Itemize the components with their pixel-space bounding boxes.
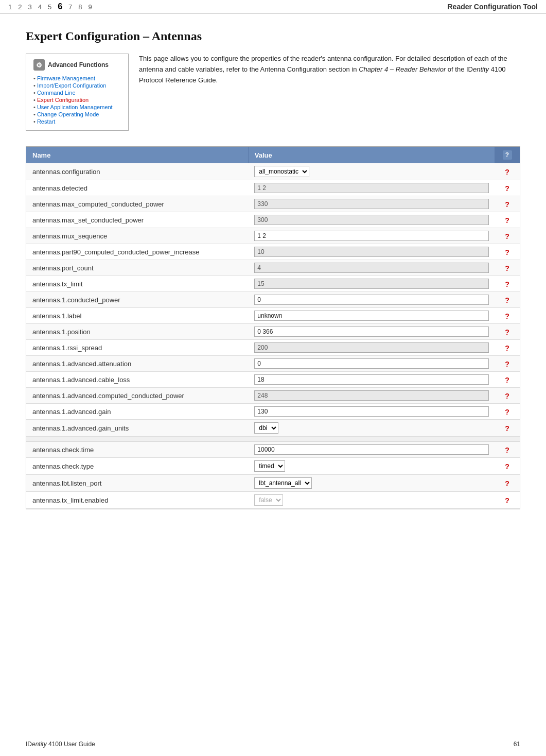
page-number-8[interactable]: 8 xyxy=(78,3,82,11)
table-row: antennas.max_computed_conducted_power? xyxy=(26,196,520,212)
table-row: antennas.1.advanced.attenuation? xyxy=(26,356,520,372)
row-input xyxy=(254,183,488,193)
help-icon[interactable]: ? xyxy=(505,376,509,384)
help-icon[interactable]: ? xyxy=(505,392,509,400)
sidebar-list: Firmware ManagementImport/Export Configu… xyxy=(33,75,121,125)
row-help-cell[interactable]: ? xyxy=(495,340,520,356)
row-help-cell[interactable]: ? xyxy=(495,388,520,404)
row-select[interactable]: dbi xyxy=(254,422,278,434)
row-value-cell[interactable] xyxy=(248,324,495,340)
page-number-3[interactable]: 3 xyxy=(28,3,31,11)
help-icon[interactable]: ? xyxy=(505,408,509,416)
row-select[interactable]: lbt_antenna_all xyxy=(254,477,312,489)
help-icon[interactable]: ? xyxy=(505,216,509,225)
sidebar-item[interactable]: Command Line xyxy=(33,89,121,96)
row-name-cell: antennas.detected xyxy=(26,180,248,196)
row-help-cell[interactable]: ? xyxy=(495,420,520,437)
help-icon[interactable]: ? xyxy=(505,479,509,488)
help-icon[interactable]: ? xyxy=(505,328,509,336)
help-icon[interactable]: ? xyxy=(505,168,509,176)
row-value-cell[interactable] xyxy=(248,404,495,420)
sidebar-item[interactable]: Expert Configuration xyxy=(33,96,121,104)
help-icon[interactable]: ? xyxy=(505,462,509,471)
row-value-cell[interactable] xyxy=(248,372,495,388)
row-select[interactable]: all_monostatic xyxy=(254,166,309,177)
row-help-cell[interactable]: ? xyxy=(495,292,520,308)
row-help-cell[interactable]: ? xyxy=(495,244,520,260)
row-help-cell[interactable]: ? xyxy=(495,163,520,180)
page-number-4[interactable]: 4 xyxy=(38,3,42,11)
help-icon[interactable]: ? xyxy=(505,360,509,368)
row-help-cell[interactable]: ? xyxy=(495,458,520,475)
row-value-cell[interactable] xyxy=(248,356,495,372)
help-icon[interactable]: ? xyxy=(505,344,509,352)
help-icon[interactable]: ? xyxy=(505,280,509,288)
help-icon[interactable]: ? xyxy=(505,248,509,256)
sidebar-item[interactable]: Change Operating Mode xyxy=(33,111,121,118)
row-value-cell[interactable]: lbt_antenna_all xyxy=(248,475,495,492)
row-value-cell[interactable]: dbi xyxy=(248,420,495,437)
row-help-cell[interactable]: ? xyxy=(495,276,520,292)
sidebar-item[interactable]: Import/Export Configuration xyxy=(33,82,121,89)
row-value-cell xyxy=(248,196,495,212)
row-help-cell[interactable]: ? xyxy=(495,212,520,228)
table-row: antennas.max_set_conducted_power? xyxy=(26,212,520,228)
page-footer: IDentity 4100 User Guide 61 xyxy=(26,741,520,748)
page-number-5[interactable]: 5 xyxy=(48,3,51,11)
help-icon[interactable]: ? xyxy=(505,264,509,272)
row-input[interactable] xyxy=(254,406,488,417)
row-input xyxy=(254,215,488,225)
table-row: antennas.1.advanced.gain? xyxy=(26,404,520,420)
row-value-cell[interactable] xyxy=(248,292,495,308)
page-number-9[interactable]: 9 xyxy=(89,3,92,11)
row-value-cell[interactable]: all_monostatic xyxy=(248,163,495,180)
page-number-1[interactable]: 1 xyxy=(8,3,12,11)
row-name-cell: antennas.1.advanced.gain_units xyxy=(26,420,248,437)
row-name-cell: antennas.max_set_conducted_power xyxy=(26,212,248,228)
help-icon[interactable]: ? xyxy=(505,312,509,320)
row-name-cell: antennas.check.type xyxy=(26,458,248,475)
sidebar-item[interactable]: User Application Management xyxy=(33,104,121,111)
row-value-cell[interactable] xyxy=(248,308,495,324)
row-help-cell[interactable]: ? xyxy=(495,404,520,420)
row-input[interactable] xyxy=(254,327,488,337)
row-input[interactable] xyxy=(254,358,488,369)
page-number-7[interactable]: 7 xyxy=(68,3,72,11)
row-help-cell[interactable]: ? xyxy=(495,308,520,324)
row-help-cell[interactable]: ? xyxy=(495,260,520,276)
row-help-cell[interactable]: ? xyxy=(495,492,520,509)
page-number-6[interactable]: 6 xyxy=(58,2,62,11)
row-help-cell[interactable]: ? xyxy=(495,475,520,492)
help-icon[interactable]: ? xyxy=(505,446,509,454)
sidebar-item[interactable]: Firmware Management xyxy=(33,75,121,82)
help-icon[interactable]: ? xyxy=(505,200,509,209)
page-number-2[interactable]: 2 xyxy=(18,3,22,11)
table-row: antennas.detected? xyxy=(26,180,520,196)
row-help-cell[interactable]: ? xyxy=(495,324,520,340)
row-help-cell[interactable]: ? xyxy=(495,372,520,388)
table-header-row: Name Value ? xyxy=(26,147,520,163)
help-icon[interactable]: ? xyxy=(505,424,509,433)
row-input[interactable] xyxy=(254,444,488,455)
row-value-cell[interactable] xyxy=(248,441,495,458)
row-value-cell[interactable]: timed xyxy=(248,458,495,475)
row-input[interactable] xyxy=(254,311,488,321)
help-icon[interactable]: ? xyxy=(505,496,509,505)
row-help-cell[interactable]: ? xyxy=(495,356,520,372)
row-input[interactable] xyxy=(254,295,488,305)
row-input[interactable] xyxy=(254,231,488,241)
sidebar-title: Advanced Functions xyxy=(48,61,109,68)
row-value-cell[interactable] xyxy=(248,228,495,244)
help-icon[interactable]: ? xyxy=(505,296,509,304)
main-content: Expert Configuration – Antennas ⚙ Advanc… xyxy=(0,14,546,535)
table-body: antennas.configurationall_monostatic?ant… xyxy=(26,163,520,509)
row-help-cell[interactable]: ? xyxy=(495,180,520,196)
help-icon[interactable]: ? xyxy=(505,184,509,193)
sidebar-item[interactable]: Restart xyxy=(33,118,121,125)
row-input[interactable] xyxy=(254,374,488,385)
row-help-cell[interactable]: ? xyxy=(495,441,520,458)
row-help-cell[interactable]: ? xyxy=(495,228,520,244)
row-help-cell[interactable]: ? xyxy=(495,196,520,212)
row-select[interactable]: timed xyxy=(254,460,285,472)
help-icon[interactable]: ? xyxy=(505,232,509,240)
